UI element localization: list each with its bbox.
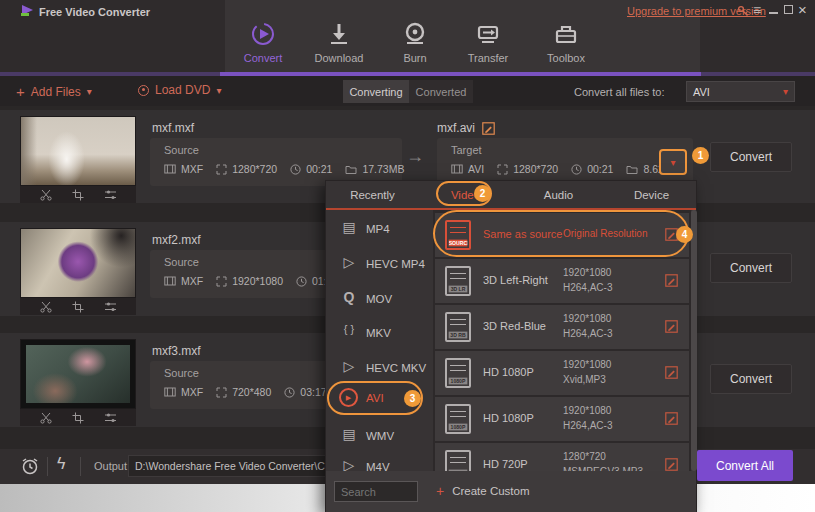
format-stat: MXF [164, 386, 203, 398]
preset-3d-red-blue[interactable]: 3D RB 3D Red-Blue 1920*1080 H264,AC-3 [435, 305, 689, 349]
panel-bottom-bar: + Create Custom [326, 471, 696, 512]
crop-icon[interactable] [72, 189, 84, 201]
rename-edit-icon[interactable] [482, 122, 495, 135]
convert-all-files-label: Convert all files to: [574, 86, 664, 98]
toolbar: + Add Files ▾ Load DVD ▾ Converting Conv… [0, 76, 815, 106]
maximize-icon[interactable] [784, 5, 793, 14]
format-stat: MXF [164, 163, 203, 175]
format-item-wmv[interactable]: ▤ WMV [326, 422, 433, 452]
crop-icon[interactable] [72, 412, 84, 424]
tab-download[interactable]: Download [304, 20, 374, 64]
size-stat: 17.73MB [345, 163, 404, 175]
menu-icon[interactable]: ≡ [753, 2, 761, 18]
preset-hd-720p[interactable]: 720P HD 720P 1280*720 MSMPEGV3,MP3 [435, 443, 689, 471]
tab-transfer-label: Transfer [453, 52, 523, 64]
convert-button-1[interactable]: Convert [710, 142, 792, 172]
wmv-icon: ▤ [338, 426, 360, 442]
thumbnail-toolbar-2 [20, 298, 136, 315]
format-item-hevc-mp4[interactable]: ▷ HEVC MP4 [326, 250, 433, 280]
add-files-caret-icon[interactable]: ▾ [87, 86, 92, 97]
panel-tab-audio[interactable]: Audio [512, 181, 605, 208]
preset-edit-icon[interactable] [665, 320, 678, 333]
resolution-stat: 720*480 [216, 386, 271, 398]
tab-burn[interactable]: Burn [380, 20, 450, 64]
panel-tab-video[interactable]: Video [419, 181, 512, 208]
format-select-caret-icon: ▾ [783, 86, 788, 97]
film-icon [164, 275, 176, 287]
mov-icon: Q [338, 289, 360, 305]
duration-stat: 03:17 [284, 386, 326, 398]
convert-button-3[interactable]: Convert [710, 364, 792, 394]
preset-hd-1080p-xvid[interactable]: 1080P HD 1080P 1920*1080 Xvid,MP3 [435, 351, 689, 395]
video-thumbnail-2[interactable] [20, 228, 136, 298]
burn-icon [401, 20, 429, 48]
thumbnail-toolbar-3 [20, 409, 136, 426]
preset-same-as-source[interactable]: SOURCE Same as source Original Resolutio… [435, 213, 689, 257]
convert-all-button[interactable]: Convert All [697, 450, 793, 481]
high-speed-icon[interactable]: ϟ [57, 455, 65, 473]
create-custom-button[interactable]: + Create Custom [436, 483, 530, 499]
load-dvd-button[interactable]: Load DVD ▾ [138, 83, 221, 97]
crop-icon[interactable] [72, 301, 84, 313]
close-icon[interactable]: × [798, 1, 807, 18]
search-input[interactable] [334, 481, 418, 502]
duration-stat: 00:21 [290, 163, 332, 175]
free-video-converter-window: Free Video Converter Upgrade to premium … [0, 0, 815, 512]
panel-tab-device[interactable]: Device [605, 181, 698, 208]
format-item-hevc-mkv[interactable]: ▷ HEVC MKV [326, 354, 433, 384]
convert-button-2[interactable]: Convert [710, 253, 792, 283]
trim-icon[interactable] [40, 189, 52, 201]
trim-icon[interactable] [40, 412, 52, 424]
format-item-mp4[interactable]: ▤ MP4 [326, 215, 433, 245]
tab-converting[interactable]: Converting [343, 80, 409, 103]
target-format-dropdown-button[interactable]: ▾ [659, 149, 687, 175]
tab-convert[interactable]: Convert [228, 20, 298, 64]
file-name: mxf.mxf [152, 121, 194, 135]
add-files-button[interactable]: + Add Files ▾ [16, 83, 92, 100]
divider [47, 457, 48, 476]
preset-edit-icon[interactable] [665, 412, 678, 425]
target-duration-stat: 00:21 [571, 163, 613, 175]
app-title: Free Video Converter [39, 6, 150, 18]
resolution-icon [216, 276, 227, 287]
target-label: Target [451, 144, 482, 156]
format-item-mov[interactable]: Q MOV [326, 285, 433, 315]
preset-edit-icon[interactable] [665, 458, 678, 471]
title-bar: Free Video Converter Upgrade to premium … [0, 0, 815, 73]
tab-toolbox[interactable]: Toolbox [531, 20, 601, 64]
preset-edit-icon[interactable] [665, 274, 678, 287]
minimize-icon[interactable] [769, 12, 778, 14]
video-thumbnail-1[interactable] [20, 116, 136, 186]
convert-all-format-select[interactable]: AVI ▾ [686, 81, 795, 102]
effects-icon[interactable] [104, 301, 117, 313]
clock-icon [284, 387, 295, 398]
1080p-file-icon: 1080P [445, 404, 471, 434]
source-label: Source [164, 367, 199, 379]
panel-tab-recently[interactable]: Recently [326, 181, 419, 208]
folder-icon [345, 164, 357, 175]
schedule-clock-icon[interactable] [20, 456, 40, 476]
plus-icon: + [436, 483, 444, 499]
target-info-box: Target AVI 1280*720 00:21 8.62MB ▾ [437, 138, 693, 186]
effects-icon[interactable] [104, 189, 117, 201]
output-format-panel: Recently Video Audio Device ▤ MP4 ▷ HEVC… [325, 180, 697, 512]
tab-transfer[interactable]: Transfer [453, 20, 523, 64]
preset-hd-1080p-h264[interactable]: 1080P HD 1080P 1920*1080 H264,AC-3 [435, 397, 689, 441]
load-dvd-caret-icon[interactable]: ▾ [216, 85, 221, 96]
preset-edit-icon[interactable] [665, 366, 678, 379]
source-to-target-arrow-icon: → [406, 146, 424, 167]
file-name: mxf2.mxf [152, 233, 201, 247]
video-thumbnail-3[interactable] [20, 339, 136, 409]
plus-icon: + [16, 83, 25, 100]
tab-burn-label: Burn [380, 52, 450, 64]
source-file-icon: SOURCE [445, 220, 471, 250]
tab-converted[interactable]: Converted [409, 80, 473, 103]
preset-list-scrollbar[interactable] [691, 210, 697, 471]
trim-icon[interactable] [40, 301, 52, 313]
preset-3d-left-right[interactable]: 3D LR 3D Left-Right 1920*1080 H264,AC-3 [435, 259, 689, 303]
format-item-mkv[interactable]: { } MKV [326, 319, 433, 349]
effects-icon[interactable] [104, 412, 117, 424]
source-label: Source [164, 256, 199, 268]
key-icon[interactable] [737, 5, 749, 17]
source-stats: MXF 1920*1080 01:13 [164, 275, 351, 287]
